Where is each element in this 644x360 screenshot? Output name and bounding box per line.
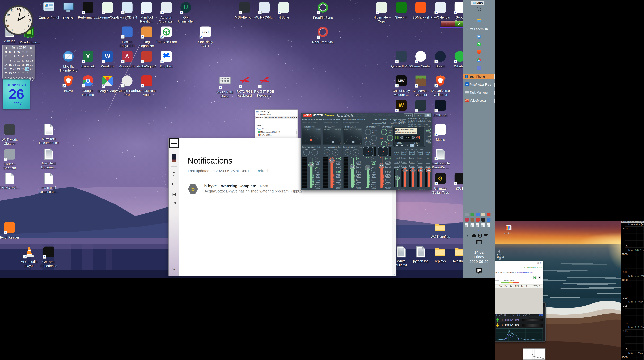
svg-text:4: 4 [28, 24, 29, 28]
svg-text:10: 10 [6, 13, 10, 16]
svg-text:9: 9 [6, 18, 8, 22]
svg-text:5: 5 [24, 28, 25, 32]
svg-text:7: 7 [12, 28, 13, 32]
svg-text:2: 2 [28, 13, 29, 16]
svg-text:11: 11 [10, 8, 14, 12]
svg-text:8: 8 [7, 24, 9, 28]
svg-text:3: 3 [29, 18, 31, 22]
